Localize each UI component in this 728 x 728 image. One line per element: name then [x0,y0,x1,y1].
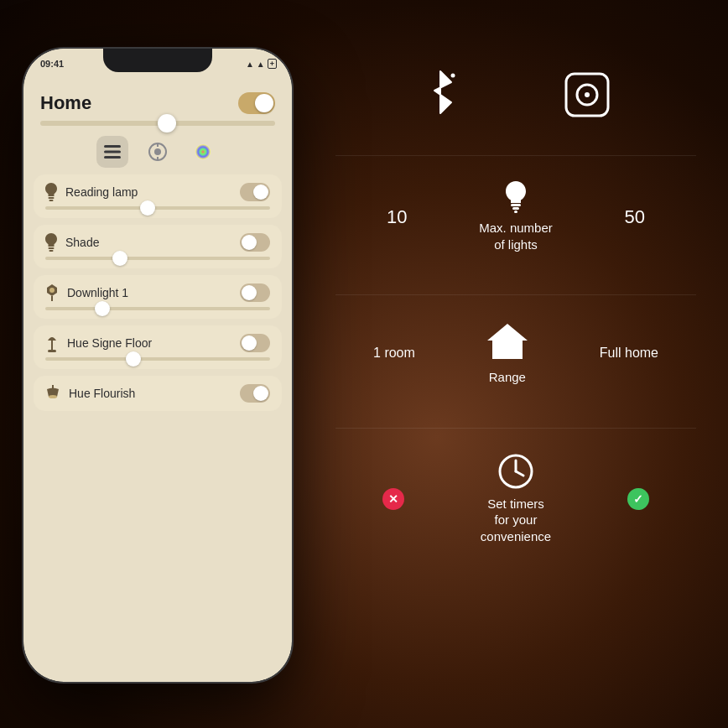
toggle-knob [253,185,268,200]
svg-point-12 [49,288,55,293]
phone-mockup: 09:41 ▲ ▲ + Home [23,49,300,686]
svg-point-4 [154,148,161,155]
light-brightness-slider[interactable] [45,357,270,361]
svg-point-18 [451,74,455,78]
bulb-comparison-icon [506,181,526,213]
tab-scenes[interactable] [142,136,174,168]
divider [335,155,696,156]
list-item: Shade [34,225,282,268]
tab-bar [23,129,292,174]
light-brightness-slider[interactable] [45,206,270,210]
light-name: Hue Flourish [69,387,135,400]
light-toggle[interactable] [240,334,270,352]
light-name: Downlight 1 [67,286,128,299]
wifi-icon: ▲ [257,60,265,69]
battery-icon: + [268,59,277,69]
bluetooth-option [419,67,461,122]
bulb-icon [45,183,57,201]
toggle-knob [255,94,273,112]
brightness-slider[interactable] [40,121,275,126]
toggle-knob [253,386,268,401]
light-toggle[interactable] [240,283,270,302]
bulb-icon [45,233,57,252]
svg-point-7 [195,144,211,159]
light-name: Shade [65,236,99,249]
hub-icon [562,70,612,120]
home-toggle[interactable] [238,92,275,114]
status-time: 09:41 [40,59,64,69]
app-header: Home [23,86,292,114]
light-brightness-slider[interactable] [45,257,270,260]
max-lights-row: 10 Max. number of lights 50 [335,181,696,252]
light-toggle[interactable] [240,183,270,201]
clock-comparison-icon [498,454,533,489]
light-toggle[interactable] [240,233,270,252]
light-name: Hue Signe Floor [67,336,152,350]
hub-option [562,70,612,120]
list-item: Hue Signe Floor [34,325,282,369]
app-screen: 09:41 ▲ ▲ + Home [23,49,292,682]
hub-max-lights: 50 [614,206,656,228]
divider [335,428,696,429]
timers-label: Set timers for your convenience [481,496,551,545]
bluetooth-max-lights: 10 [376,206,418,228]
svg-point-17 [49,395,57,398]
svg-rect-2 [104,156,121,159]
floor-lamp-icon [45,334,59,352]
timers-info: Set timers for your convenience [465,454,566,545]
light-toggle[interactable] [240,384,270,403]
timers-row: ✕ Set timers for your convenience ✓ [335,454,696,545]
svg-rect-8 [49,197,55,199]
downlight-icon [45,284,59,301]
bluetooth-no-timers-badge: ✕ [382,488,404,510]
bluetooth-range: 1 room [373,346,415,361]
brightness-thumb [140,200,155,216]
svg-rect-11 [49,250,54,252]
comparison-panel: 10 Max. number of lights 50 1 room Ra [335,67,696,696]
svg-rect-0 [104,145,121,148]
svg-rect-1 [104,151,121,153]
toggle-knob [242,285,257,300]
brightness-thumb [95,301,110,316]
svg-rect-15 [48,350,56,352]
svg-rect-14 [51,341,53,350]
list-item: Reading lamp [34,174,282,218]
hub-range: Full home [600,346,658,361]
brightness-thumb [158,114,176,133]
signal-icon: ▲ [246,60,254,69]
svg-point-21 [585,92,590,97]
svg-line-27 [516,471,523,476]
phone-frame: 09:41 ▲ ▲ + Home [23,49,292,682]
max-lights-label: Max. number of lights [479,220,553,252]
svg-rect-24 [514,211,517,213]
svg-rect-10 [49,247,55,249]
brightness-thumb [112,251,127,266]
svg-rect-23 [512,207,519,210]
toggle-knob [242,335,257,351]
light-list: Reading lamp [23,174,292,418]
house-icon [486,320,529,362]
svg-rect-9 [49,200,54,201]
divider [335,294,696,295]
list-item: Downlight 1 [34,275,282,319]
hub-has-timers-badge: ✓ [627,488,649,510]
light-brightness-slider[interactable] [45,307,270,310]
pendant-icon [45,385,60,402]
light-name: Reading lamp [65,185,138,199]
clock-icon [498,454,533,489]
phone-notch [103,49,212,72]
range-info: Range [457,320,558,386]
tab-color[interactable] [187,136,219,168]
brightness-thumb [126,351,141,367]
range-row: 1 room Range Full home [335,320,696,386]
bluetooth-icon [419,67,461,122]
svg-rect-22 [511,204,521,206]
toggle-knob [242,235,257,250]
max-lights-info: Max. number of lights [465,181,566,252]
range-label: Range [489,369,526,386]
app-title: Home [40,92,91,114]
list-item: Hue Flourish [34,376,282,411]
tab-list[interactable] [96,136,128,168]
connection-type-row [335,67,696,122]
